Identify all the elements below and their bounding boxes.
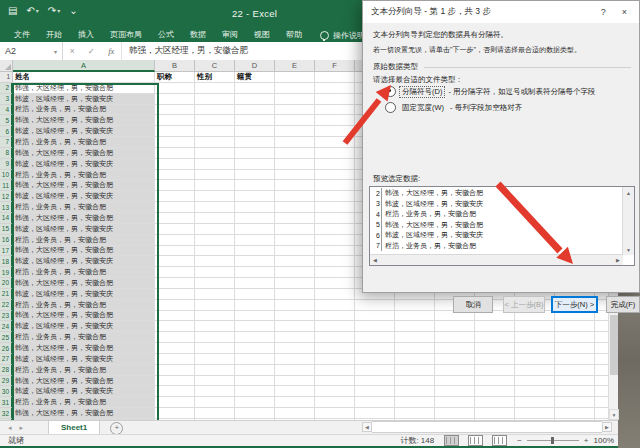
cell-C6[interactable] [195, 126, 235, 137]
ribbon-tab-2[interactable]: 插入 [70, 28, 102, 42]
ribbon-tab-5[interactable]: 数据 [182, 28, 214, 42]
cell-D13[interactable] [235, 202, 275, 213]
scroll-right-icon[interactable]: ▶ [602, 422, 612, 432]
cell-C23[interactable] [195, 311, 235, 322]
cell-E11[interactable] [275, 180, 315, 191]
cell-E3[interactable] [275, 94, 315, 105]
cell-E20[interactable] [275, 278, 315, 289]
cell-E18[interactable] [275, 256, 315, 267]
cell-H24[interactable] [395, 321, 435, 332]
zoom-slider-thumb[interactable] [551, 437, 554, 444]
cell-G30[interactable] [355, 386, 395, 397]
cell-A18[interactable]: 韩波，区域经理，男，安徽安庆 [13, 256, 155, 267]
insert-function-icon[interactable]: fx [108, 46, 114, 56]
cell-F1[interactable] [315, 72, 355, 83]
cell-I30[interactable] [435, 386, 475, 397]
cell-E2[interactable] [275, 83, 315, 94]
cell-A14[interactable]: 韩强，大区经理，男，安徽合肥 [13, 213, 155, 224]
cell-C16[interactable] [195, 235, 235, 246]
cell-K26[interactable] [515, 343, 555, 354]
cell-C14[interactable] [195, 213, 235, 224]
row-header-18[interactable]: 18 [0, 256, 13, 267]
cell-L31[interactable] [555, 397, 595, 408]
row-header-7[interactable]: 7 [0, 137, 13, 148]
cell-M24[interactable] [595, 321, 608, 332]
cell-F17[interactable] [315, 246, 355, 257]
cell-B30[interactable] [155, 386, 195, 397]
ribbon-tab-6[interactable]: 审阅 [214, 28, 246, 42]
cell-G29[interactable] [355, 376, 395, 387]
cell-F8[interactable] [315, 148, 355, 159]
cell-B6[interactable] [155, 126, 195, 137]
cell-F20[interactable] [315, 278, 355, 289]
cell-D20[interactable] [235, 278, 275, 289]
delimited-radio-label[interactable]: 分隔符号(D) [400, 87, 444, 97]
preview-vscrollbar[interactable]: ▲ ▼ [622, 187, 634, 255]
fixed-width-radio-label[interactable]: 固定宽度(W) [400, 103, 446, 113]
normal-view-icon[interactable] [444, 435, 459, 446]
ribbon-tab-4[interactable]: 公式 [150, 28, 182, 42]
delimited-radio-icon[interactable] [385, 86, 396, 97]
cell-M25[interactable] [595, 332, 608, 343]
cell-A8[interactable]: 韩强，大区经理，男，安徽合肥 [13, 148, 155, 159]
cell-A11[interactable]: 韩强，大区经理，男，安徽合肥 [13, 180, 155, 191]
row-header-3[interactable]: 3 [0, 94, 13, 105]
ribbon-tab-7[interactable]: 视图 [246, 28, 278, 42]
cell-D14[interactable] [235, 213, 275, 224]
cell-B14[interactable] [155, 213, 195, 224]
scroll-down-icon[interactable]: ▼ [609, 409, 619, 420]
cell-B21[interactable] [155, 289, 195, 300]
cell-D24[interactable] [235, 321, 275, 332]
zoom-in-icon[interactable]: + [584, 436, 589, 445]
cell-F32[interactable] [315, 408, 355, 419]
cell-J31[interactable] [475, 397, 515, 408]
cell-M28[interactable] [595, 365, 608, 376]
cell-D10[interactable] [235, 170, 275, 181]
cell-F28[interactable] [315, 365, 355, 376]
cell-F3[interactable] [315, 94, 355, 105]
cell-M29[interactable] [595, 376, 608, 387]
cell-C7[interactable] [195, 137, 235, 148]
cell-B11[interactable] [155, 180, 195, 191]
name-box[interactable]: A2 ▾ [0, 42, 63, 60]
preview-scroll-right-icon[interactable]: ▶ [613, 257, 623, 263]
cell-E16[interactable] [275, 235, 315, 246]
cell-C25[interactable] [195, 332, 235, 343]
cell-J27[interactable] [475, 354, 515, 365]
cell-A3[interactable]: 韩波，区域经理，男，安徽安庆 [13, 94, 155, 105]
cell-F14[interactable] [315, 213, 355, 224]
row-header-2[interactable]: 2 [0, 83, 13, 94]
cell-C27[interactable] [195, 354, 235, 365]
cell-F24[interactable] [315, 321, 355, 332]
row-header-17[interactable]: 17 [0, 246, 13, 257]
cell-C8[interactable] [195, 148, 235, 159]
cell-D4[interactable] [235, 105, 275, 116]
cell-D5[interactable] [235, 115, 275, 126]
cell-A4[interactable]: 程浩，业务员，男，安徽合肥 [13, 105, 155, 116]
cell-E22[interactable] [275, 300, 315, 311]
cell-E29[interactable] [275, 376, 315, 387]
ribbon-tab-3[interactable]: 页面布局 [102, 28, 150, 42]
cell-C15[interactable] [195, 224, 235, 235]
cell-A15[interactable]: 韩波，区域经理，男，安徽安庆 [13, 224, 155, 235]
column-header-A[interactable]: A [13, 60, 155, 72]
row-header-30[interactable]: 30 [0, 386, 13, 397]
zoom-slider[interactable] [527, 440, 579, 441]
cell-F25[interactable] [315, 332, 355, 343]
row-header-21[interactable]: 21 [0, 289, 13, 300]
cell-C20[interactable] [195, 278, 235, 289]
cell-M26[interactable] [595, 343, 608, 354]
cell-C30[interactable] [195, 386, 235, 397]
cell-L26[interactable] [555, 343, 595, 354]
cell-C29[interactable] [195, 376, 235, 387]
cell-B20[interactable] [155, 278, 195, 289]
cell-A7[interactable]: 程浩，业务员，男，安徽合肥 [13, 137, 155, 148]
cell-B18[interactable] [155, 256, 195, 267]
cell-C31[interactable] [195, 397, 235, 408]
cell-D11[interactable] [235, 180, 275, 191]
cell-C12[interactable] [195, 191, 235, 202]
cell-D19[interactable] [235, 267, 275, 278]
cell-C4[interactable] [195, 105, 235, 116]
preview-hscrollbar[interactable]: ◀ ▶ [370, 254, 623, 265]
zoom-out-icon[interactable]: − [517, 436, 522, 445]
